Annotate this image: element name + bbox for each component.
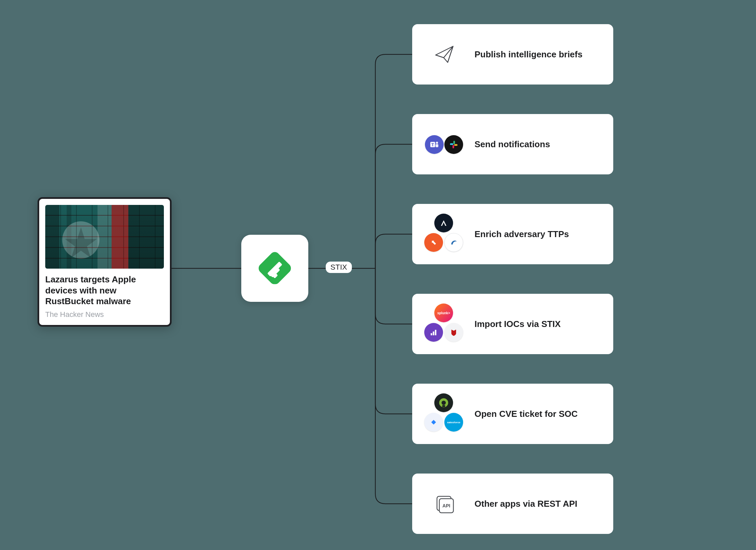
article-card: Lazarus targets Apple devices with new R… (38, 197, 172, 327)
integration-open-cve-ticket: salesforce Open CVE ticket for SOC (412, 384, 613, 444)
svg-rect-15 (433, 332, 434, 335)
svg-rect-13 (450, 143, 453, 145)
recorded-future-icon (444, 233, 463, 252)
svg-rect-10 (453, 141, 455, 144)
integration-send-notifications: T Send notifications (412, 114, 613, 174)
jira-icon (424, 413, 443, 432)
slack-icon (444, 135, 463, 154)
salesforce-icon: salesforce (444, 413, 463, 432)
svg-rect-16 (435, 330, 436, 335)
integration-import-iocs: splunk> Import IOCs via STIX (412, 294, 613, 354)
api-icon: API (434, 494, 454, 514)
svg-rect-19 (431, 420, 436, 425)
feedly-icon (256, 250, 293, 287)
integration-label: Open CVE ticket for SOC (475, 409, 578, 419)
svg-rect-18 (442, 405, 445, 407)
article-thumbnail (45, 205, 164, 269)
article-source: The Hacker News (45, 310, 164, 319)
integration-label: Import IOCs via STIX (475, 319, 561, 329)
elastic-icon (424, 323, 443, 342)
integration-label: Enrich adversary TTPs (475, 229, 569, 239)
svg-rect-11 (454, 144, 457, 146)
microsoft-teams-icon: T (425, 135, 444, 154)
mcafee-icon (444, 323, 463, 342)
svg-text:API: API (442, 503, 450, 508)
servicenow-icon (434, 393, 453, 412)
paper-plane-icon (434, 44, 454, 64)
svg-point-17 (440, 399, 447, 406)
svg-rect-9 (436, 144, 438, 147)
integration-label: Publish intelligence briefs (475, 49, 582, 60)
integrations-list: Publish intelligence briefs T Send notif… (412, 24, 613, 534)
svg-rect-14 (431, 333, 432, 335)
feedly-node (241, 235, 308, 302)
mitre-icon (424, 233, 443, 252)
article-title: Lazarus targets Apple devices with new R… (45, 274, 164, 307)
stix-badge: STIX (326, 262, 352, 273)
integration-rest-api: API Other apps via REST API (412, 474, 613, 534)
svg-rect-12 (452, 145, 454, 148)
integration-enrich-ttps: Enrich adversary TTPs (412, 204, 613, 264)
svg-text:T: T (431, 143, 434, 147)
integration-label: Send notifications (475, 139, 550, 150)
integration-label: Other apps via REST API (475, 499, 577, 509)
integration-publish-briefs: Publish intelligence briefs (412, 24, 613, 85)
attack-navigator-icon (434, 214, 453, 232)
splunk-icon: splunk> (434, 304, 453, 322)
svg-point-8 (436, 142, 438, 144)
